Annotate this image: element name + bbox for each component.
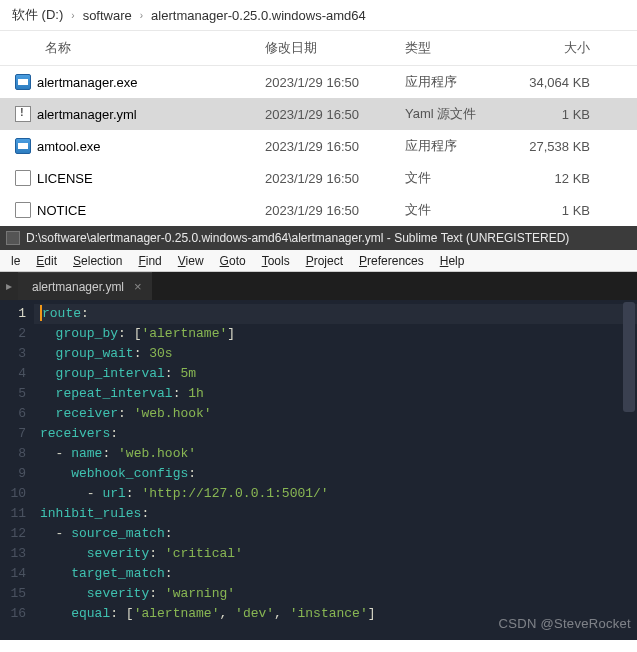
file-size: 1 KB (510, 107, 620, 122)
file-name: amtool.exe (37, 139, 101, 154)
line-number: 16 (0, 604, 26, 624)
menu-item-selection[interactable]: Selection (66, 252, 129, 270)
tab-bar: ▸ alertmanager.yml × (0, 272, 637, 300)
line-number: 15 (0, 584, 26, 604)
menu-item-help[interactable]: Help (433, 252, 472, 270)
menu-item-find[interactable]: Find (131, 252, 168, 270)
sublime-title-bar: D:\software\alertmanager-0.25.0.windows-… (0, 226, 637, 250)
code-line[interactable]: severity: 'warning' (34, 584, 637, 604)
code-line[interactable]: severity: 'critical' (34, 544, 637, 564)
tab-scroll-left[interactable]: ▸ (0, 272, 18, 300)
file-size: 34,064 KB (510, 75, 620, 90)
scrollbar-vertical[interactable] (623, 302, 635, 412)
code-line[interactable]: group_interval: 5m (34, 364, 637, 384)
exe-icon (15, 138, 31, 154)
breadcrumb-segment[interactable]: 软件 (D:) (12, 6, 63, 24)
sublime-icon (6, 231, 20, 245)
file-name: NOTICE (37, 203, 86, 218)
menu-item-tools[interactable]: Tools (255, 252, 297, 270)
file-type: 应用程序 (405, 137, 510, 155)
exe-icon (15, 74, 31, 90)
menu-item-edit[interactable]: Edit (29, 252, 64, 270)
window-title: D:\software\alertmanager-0.25.0.windows-… (26, 231, 569, 245)
file-date: 2023/1/29 16:50 (265, 203, 405, 218)
breadcrumb-segment[interactable]: alertmanager-0.25.0.windows-amd64 (151, 8, 366, 23)
chevron-right-icon: › (140, 10, 143, 21)
line-number: 3 (0, 344, 26, 364)
file-date: 2023/1/29 16:50 (265, 139, 405, 154)
menu-item-file-partial[interactable]: le (4, 252, 27, 270)
code-line[interactable]: route: (34, 304, 637, 324)
line-number: 4 (0, 364, 26, 384)
line-number: 11 (0, 504, 26, 524)
watermark: CSDN @SteveRocket (499, 614, 631, 634)
code-line[interactable]: group_by: ['alertname'] (34, 324, 637, 344)
code-area[interactable]: route: group_by: ['alertname'] group_wai… (34, 300, 637, 640)
line-number: 9 (0, 464, 26, 484)
sublime-menu-bar: leEditSelectionFindViewGotoToolsProjectP… (0, 250, 637, 272)
line-number: 1 (0, 304, 26, 324)
line-number: 14 (0, 564, 26, 584)
file-row[interactable]: LICENSE2023/1/29 16:50文件12 KB (0, 162, 637, 194)
file-type: 应用程序 (405, 73, 510, 91)
code-line[interactable]: group_wait: 30s (34, 344, 637, 364)
col-date[interactable]: 修改日期 (265, 39, 405, 57)
menu-item-project[interactable]: Project (299, 252, 350, 270)
menu-item-view[interactable]: View (171, 252, 211, 270)
code-line[interactable]: webhook_configs: (34, 464, 637, 484)
code-line[interactable]: - url: 'http://127.0.0.1:5001/' (34, 484, 637, 504)
yml-icon (15, 106, 31, 122)
col-name[interactable]: 名称 (0, 39, 265, 57)
line-number: 6 (0, 404, 26, 424)
breadcrumb[interactable]: 软件 (D:)›software›alertmanager-0.25.0.win… (0, 0, 637, 31)
file-explorer: 软件 (D:)›software›alertmanager-0.25.0.win… (0, 0, 637, 226)
line-gutter: 12345678910111213141516 (0, 300, 34, 640)
code-line[interactable]: target_match: (34, 564, 637, 584)
file-row[interactable]: amtool.exe2023/1/29 16:50应用程序27,538 KB (0, 130, 637, 162)
file-name: alertmanager.exe (37, 75, 137, 90)
file-type: Yaml 源文件 (405, 105, 510, 123)
tab-file[interactable]: alertmanager.yml × (18, 272, 152, 300)
column-headers: 名称 修改日期 类型 大小 (0, 31, 637, 66)
col-size[interactable]: 大小 (510, 39, 620, 57)
file-date: 2023/1/29 16:50 (265, 75, 405, 90)
chevron-right-icon: › (71, 10, 74, 21)
breadcrumb-segment[interactable]: software (83, 8, 132, 23)
menu-item-preferences[interactable]: Preferences (352, 252, 431, 270)
file-size: 1 KB (510, 203, 620, 218)
file-icon (15, 170, 31, 186)
line-number: 5 (0, 384, 26, 404)
file-row[interactable]: alertmanager.exe2023/1/29 16:50应用程序34,06… (0, 66, 637, 98)
menu-item-goto[interactable]: Goto (213, 252, 253, 270)
code-line[interactable]: receivers: (34, 424, 637, 444)
file-date: 2023/1/29 16:50 (265, 107, 405, 122)
line-number: 7 (0, 424, 26, 444)
editor[interactable]: 12345678910111213141516 route: group_by:… (0, 300, 637, 640)
file-size: 27,538 KB (510, 139, 620, 154)
file-name: LICENSE (37, 171, 93, 186)
tab-label: alertmanager.yml (32, 280, 124, 294)
code-line[interactable]: - source_match: (34, 524, 637, 544)
line-number: 8 (0, 444, 26, 464)
file-row[interactable]: NOTICE2023/1/29 16:50文件1 KB (0, 194, 637, 226)
file-size: 12 KB (510, 171, 620, 186)
line-number: 13 (0, 544, 26, 564)
file-type: 文件 (405, 169, 510, 187)
line-number: 12 (0, 524, 26, 544)
file-icon (15, 202, 31, 218)
close-icon[interactable]: × (134, 279, 142, 294)
file-list: alertmanager.exe2023/1/29 16:50应用程序34,06… (0, 66, 637, 226)
file-name: alertmanager.yml (37, 107, 137, 122)
file-type: 文件 (405, 201, 510, 219)
file-row[interactable]: alertmanager.yml2023/1/29 16:50Yaml 源文件1… (0, 98, 637, 130)
file-date: 2023/1/29 16:50 (265, 171, 405, 186)
line-number: 10 (0, 484, 26, 504)
code-line[interactable]: receiver: 'web.hook' (34, 404, 637, 424)
code-line[interactable]: - name: 'web.hook' (34, 444, 637, 464)
col-type[interactable]: 类型 (405, 39, 510, 57)
code-line[interactable]: inhibit_rules: (34, 504, 637, 524)
code-line[interactable]: repeat_interval: 1h (34, 384, 637, 404)
line-number: 2 (0, 324, 26, 344)
